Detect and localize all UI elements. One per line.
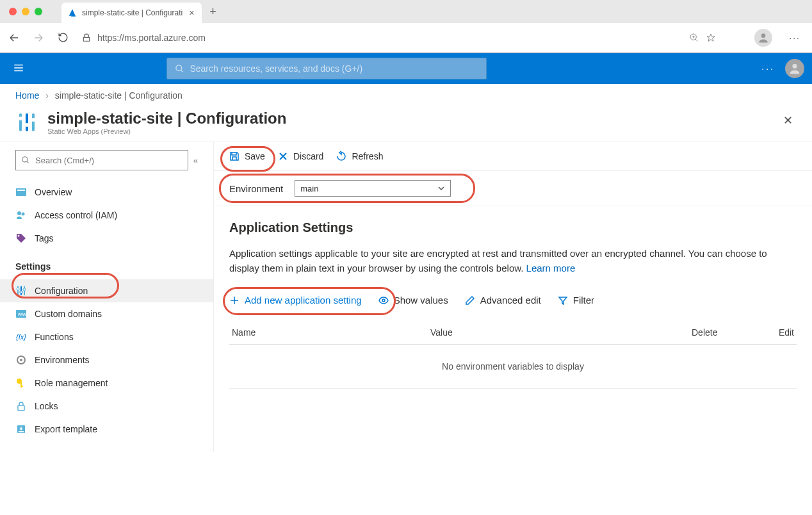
svg-point-8 [25, 123, 29, 127]
refresh-button[interactable]: Refresh [336, 151, 383, 161]
portal-more-button[interactable]: ··· [761, 63, 775, 74]
svg-point-15 [18, 235, 20, 237]
advanced-edit-button[interactable]: Advanced edit [465, 295, 541, 306]
sidebar-item-label: Locks [35, 401, 58, 411]
svg-rect-4 [19, 113, 22, 131]
forward-button[interactable] [29, 29, 47, 47]
svg-rect-5 [26, 113, 28, 131]
svg-text:{fx}: {fx} [16, 333, 26, 341]
search-icon [21, 156, 30, 165]
sidebar-item-label: Environments [35, 355, 90, 365]
close-blade-button[interactable]: ✕ [779, 110, 797, 131]
learn-more-link[interactable]: Learn more [526, 263, 576, 274]
refresh-label: Refresh [352, 151, 383, 161]
section-description: Application settings applicable to your … [229, 247, 797, 275]
breadcrumb: Home › simple-static-site | Configuratio… [0, 84, 812, 107]
sidebar-item-configuration[interactable]: Configuration [0, 279, 213, 302]
arrow-left-icon [8, 32, 20, 44]
azure-top-bar: Search resources, services, and docs (G+… [0, 53, 812, 84]
portal-menu-button[interactable] [8, 62, 29, 76]
sidebar-item-iam[interactable]: Access control (IAM) [0, 204, 213, 227]
search-icon [175, 64, 184, 74]
sidebar-item-functions[interactable]: {fx} Functions [0, 325, 213, 348]
minimize-window-icon[interactable] [22, 8, 29, 15]
maximize-window-icon[interactable] [35, 8, 42, 15]
sidebar-item-label: Configuration [35, 286, 88, 296]
filter-button[interactable]: Filter [558, 295, 594, 306]
svg-point-3 [792, 64, 797, 69]
zoom-icon[interactable] [689, 33, 699, 43]
main-content: Save Discard Refresh Environment main Ap… [214, 142, 812, 452]
sidebar-heading-settings: Settings [0, 254, 213, 275]
gear-icon [16, 355, 26, 365]
filter-icon [558, 295, 568, 306]
sidebar-item-overview[interactable]: Overview [0, 181, 213, 204]
sidebar-item-custom-domains[interactable]: www Custom domains [0, 302, 213, 325]
save-icon [229, 151, 240, 161]
save-button[interactable]: Save [229, 151, 265, 161]
sidebar-item-label: Functions [35, 332, 74, 342]
window-controls[interactable] [9, 8, 42, 15]
col-value: Value [430, 327, 692, 338]
browser-profile-button[interactable] [754, 29, 772, 47]
environment-select[interactable]: main [295, 180, 451, 197]
col-edit: Edit [756, 327, 794, 338]
eye-icon [378, 295, 389, 306]
svg-rect-12 [17, 190, 25, 191]
breadcrumb-separator: › [45, 90, 49, 101]
address-bar[interactable]: https://ms.portal.azure.com [78, 33, 683, 43]
environment-selected: main [300, 184, 318, 193]
browser-tab[interactable]: simple-static-site | Configurati × [61, 3, 202, 23]
person-icon [788, 61, 802, 76]
section-heading: Application Settings [229, 220, 797, 235]
chevron-down-icon [437, 184, 445, 192]
collapse-sidebar-button[interactable]: « [193, 156, 198, 165]
table-empty: No environment variables to display [229, 345, 797, 389]
sidebar-item-locks[interactable]: Locks [0, 395, 213, 418]
sidebar-item-role-management[interactable]: Role management [0, 372, 213, 395]
sidebar-item-label: Role management [35, 378, 108, 388]
function-icon: {fx} [16, 332, 26, 342]
back-button[interactable] [5, 29, 23, 47]
col-name: Name [232, 327, 430, 338]
save-label: Save [245, 151, 265, 161]
app-settings-section: Application Settings Application setting… [214, 206, 812, 403]
sidebar-item-environments[interactable]: Environments [0, 348, 213, 372]
people-icon [16, 210, 26, 220]
browser-menu-button[interactable]: ··· [783, 33, 807, 43]
sidebar-item-export-template[interactable]: Export template [0, 418, 213, 441]
settings-table: Name Value Delete Edit No environment va… [229, 321, 797, 389]
globe-icon: www [16, 309, 26, 319]
browser-chrome: simple-static-site | Configurati × + htt… [0, 0, 812, 53]
refresh-icon [336, 151, 346, 161]
add-setting-button[interactable]: Add new application setting [229, 295, 362, 306]
breadcrumb-home[interactable]: Home [15, 90, 39, 101]
environment-row: Environment main [214, 171, 812, 206]
tab-title: simple-static-site | Configurati [82, 8, 183, 17]
col-delete: Delete [692, 327, 756, 338]
favorite-icon[interactable] [706, 33, 716, 43]
advanced-edit-label: Advanced edit [480, 295, 541, 306]
sidebar-item-tags[interactable]: Tags [0, 227, 213, 250]
close-window-icon[interactable] [9, 8, 17, 15]
show-values-button[interactable]: Show values [378, 295, 448, 306]
svg-point-14 [22, 213, 25, 216]
svg-point-2 [176, 65, 182, 70]
close-tab-icon[interactable]: × [188, 8, 195, 18]
refresh-button[interactable] [54, 29, 72, 47]
sidebar-item-label: Tags [35, 233, 54, 243]
new-tab-button[interactable]: + [202, 5, 224, 19]
sidebar-search-input[interactable] [34, 155, 183, 166]
svg-rect-11 [16, 188, 26, 196]
page-subtitle: Static Web Apps (Preview) [47, 127, 286, 135]
arrow-right-icon [33, 32, 44, 44]
sidebar-search[interactable] [15, 150, 188, 170]
azure-favicon [68, 8, 77, 17]
browser-toolbar: https://ms.portal.azure.com ··· [0, 23, 812, 53]
portal-account-button[interactable] [785, 59, 804, 78]
portal-search[interactable]: Search resources, services, and docs (G+… [166, 58, 487, 79]
svg-point-33 [382, 299, 385, 302]
discard-button[interactable]: Discard [278, 151, 323, 161]
svg-point-13 [17, 211, 21, 215]
show-values-label: Show values [394, 295, 448, 306]
